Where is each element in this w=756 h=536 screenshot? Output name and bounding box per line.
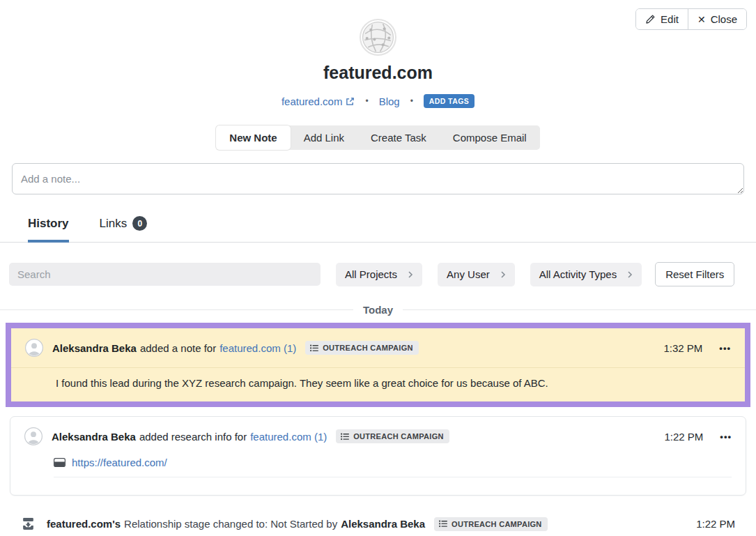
close-button[interactable]: ✕ Close [688, 9, 746, 29]
action-text: added a note for [140, 342, 216, 354]
page-title: featured.com [0, 63, 756, 83]
close-label: Close [711, 13, 737, 25]
tab-add-link[interactable]: Add Link [291, 125, 357, 150]
reset-filters-button[interactable]: Reset Filters [655, 262, 734, 286]
actor-name: Aleksandra Beka [52, 342, 137, 354]
target-link[interactable]: featured.com (1) [219, 342, 296, 354]
note-text: I found this lead during the XYZ researc… [11, 368, 745, 401]
note-input[interactable] [12, 163, 744, 194]
chevron-right-icon [500, 270, 506, 279]
edit-button[interactable]: Edit [636, 9, 688, 29]
close-icon: ✕ [697, 14, 706, 25]
chevron-right-icon [408, 270, 413, 279]
campaign-tag[interactable]: OUTREACH CAMPAIGN [434, 517, 548, 531]
action-text: added research info for [139, 431, 247, 443]
tab-compose-email[interactable]: Compose Email [440, 125, 540, 150]
add-tags-button[interactable]: ADD TAGS [424, 94, 475, 108]
list-icon [310, 344, 318, 352]
list-icon [439, 520, 447, 528]
research-link-row: https://featured.com/ [54, 457, 732, 477]
view-tabs: History Links 0 [0, 216, 756, 243]
tab-links[interactable]: Links 0 [100, 216, 148, 243]
chevron-right-icon [627, 270, 633, 279]
projects-filter-dropdown[interactable]: All Projects [336, 263, 422, 286]
tab-new-note[interactable]: New Note [216, 125, 290, 150]
entry-time: 1:22 PM [696, 518, 735, 530]
links-count-badge: 0 [132, 216, 147, 231]
external-link-icon [346, 97, 355, 106]
inbox-stage-icon [21, 516, 36, 531]
campaign-tag[interactable]: OUTREACH CAMPAIGN [336, 429, 449, 443]
campaign-tag[interactable]: OUTREACH CAMPAIGN [305, 341, 419, 355]
user-filter-dropdown[interactable]: Any User [438, 263, 515, 286]
tab-history[interactable]: History [28, 216, 69, 243]
globe-icon [360, 19, 396, 56]
more-menu-button[interactable]: ••• [719, 343, 731, 353]
blog-link[interactable]: Blog [379, 95, 400, 107]
browser-icon [54, 458, 65, 467]
dot-separator: • [410, 96, 413, 106]
website-link[interactable]: featured.com [281, 95, 355, 107]
filter-row: All Projects Any User All Activity Types… [9, 262, 747, 286]
actor-name: Aleksandra Beka [52, 431, 136, 443]
avatar [24, 427, 43, 445]
target-link[interactable]: featured.com (1) [250, 431, 327, 443]
edit-label: Edit [661, 13, 679, 25]
date-divider-label: Today [363, 304, 393, 316]
activity-type-filter-dropdown[interactable]: All Activity Types [530, 263, 642, 286]
dot-separator: • [365, 96, 368, 106]
history-entry-research: Aleksandra Beka added research info for … [10, 416, 746, 496]
entry-time: 1:32 PM [663, 342, 702, 354]
research-url-link[interactable]: https://featured.com/ [72, 457, 167, 468]
search-input[interactable] [9, 263, 321, 286]
pencil-icon [645, 14, 656, 24]
history-entry-note: Aleksandra Beka added a note for feature… [6, 323, 750, 407]
note-area [12, 163, 744, 197]
profile-links: featured.com • Blog • ADD TAGS [0, 94, 756, 108]
window-actions: Edit ✕ Close [635, 8, 747, 30]
entry-time: 1:22 PM [664, 431, 703, 443]
action-text: Relationship stage changed to: Not Start… [124, 518, 337, 530]
tab-create-task[interactable]: Create Task [357, 125, 440, 150]
list-icon [341, 433, 349, 441]
history-entry-stage-change: featured.com's Relationship stage change… [21, 516, 735, 531]
action-tabs: New Note Add Link Create Task Compose Em… [0, 125, 756, 150]
more-menu-button[interactable]: ••• [720, 431, 732, 442]
actor-name: Aleksandra Beka [341, 518, 425, 530]
subject-name: featured.com's [47, 518, 121, 530]
avatar [25, 339, 43, 357]
date-divider: Today [0, 304, 756, 316]
